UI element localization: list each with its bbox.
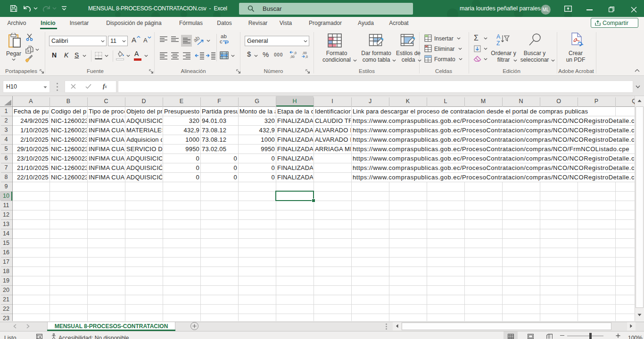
svg-text:,00: ,00 [290, 55, 295, 58]
svg-text:A: A [496, 33, 500, 40]
svg-text:,0: ,0 [294, 51, 297, 55]
svg-text:Z: Z [496, 40, 500, 46]
svg-text:,0: ,0 [305, 55, 308, 58]
svg-text:,00: ,00 [302, 51, 307, 55]
